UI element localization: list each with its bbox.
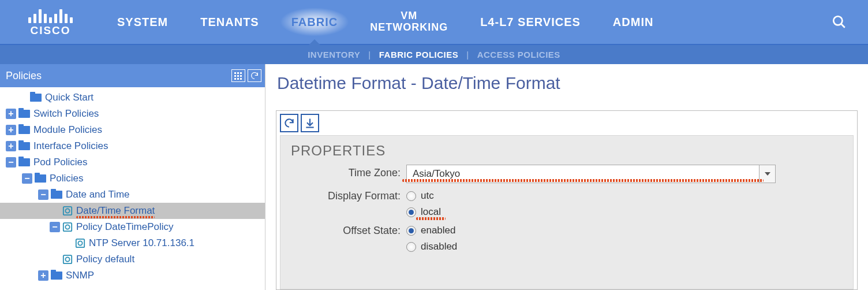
radio-label: enabled	[421, 225, 456, 236]
display-format-label: Display Format:	[291, 188, 406, 202]
panel-toolbar	[276, 111, 857, 135]
radio-label: local	[421, 206, 441, 218]
svg-point-0	[833, 16, 842, 25]
offset-state-disabled[interactable]: disabled	[406, 241, 776, 252]
display-format-local[interactable]: local	[406, 206, 776, 218]
folder-icon	[51, 191, 62, 199]
collapse-icon[interactable]: −	[6, 157, 16, 168]
radio-label: disabled	[421, 241, 457, 252]
expand-icon[interactable]: +	[6, 109, 16, 119]
sidebar-header: Policies	[0, 64, 265, 87]
display-format-utc[interactable]: utc	[406, 190, 776, 202]
sidebar: Policies Quick Start + Switch Policies +	[0, 64, 265, 290]
search-icon	[832, 14, 847, 29]
nav-l4l7[interactable]: L4-L7 SERVICES	[464, 0, 597, 44]
body: Policies Quick Start + Switch Policies +	[0, 64, 868, 290]
tree-quick-start[interactable]: Quick Start	[0, 90, 265, 106]
tree-policies[interactable]: − Policies	[0, 170, 265, 187]
svg-point-3	[65, 209, 69, 213]
collapse-icon[interactable]: −	[38, 189, 48, 200]
field-timezone: Time Zone: Asia/Tokyo	[291, 165, 837, 183]
radio-icon	[406, 191, 416, 201]
refresh-icon	[250, 71, 259, 80]
svg-rect-6	[76, 239, 84, 247]
collapse-icon[interactable]: −	[50, 222, 60, 232]
subnav-access-policies[interactable]: ACCESS POLICIES	[475, 50, 563, 60]
field-display-format: Display Format: utc local	[291, 188, 837, 218]
cisco-logo: CISCO	[0, 7, 101, 37]
tree-pod-policies[interactable]: − Pod Policies	[0, 154, 265, 170]
properties-section: PROPERTIES Time Zone: Asia/Tokyo Display…	[280, 135, 854, 289]
svg-point-5	[65, 225, 69, 229]
sub-nav-bar: INVENTORY | FABRIC POLICIES | ACCESS POL…	[0, 45, 868, 64]
panel-download-button[interactable]	[301, 114, 319, 132]
svg-rect-8	[63, 255, 72, 263]
expand-icon[interactable]: +	[38, 270, 48, 281]
tree-datetime-format[interactable]: Date/Time Format	[0, 203, 265, 219]
tree-policy-default[interactable]: Policy default	[0, 251, 265, 267]
search-button[interactable]	[810, 14, 868, 29]
svg-point-9	[65, 257, 69, 261]
timezone-label: Time Zone:	[291, 165, 406, 179]
radio-label: utc	[421, 190, 434, 202]
field-offset-state: Offset State: enabled disabled	[291, 222, 837, 252]
policy-doc-icon	[62, 254, 73, 265]
folder-icon	[35, 174, 46, 183]
cisco-logo-bars-icon	[28, 7, 73, 23]
radio-icon	[406, 207, 416, 217]
properties-panel: PROPERTIES Time Zone: Asia/Tokyo Display…	[276, 110, 858, 290]
expand-icon[interactable]: +	[6, 141, 16, 151]
cisco-logo-text: CISCO	[30, 24, 70, 37]
svg-rect-2	[63, 207, 72, 215]
download-icon	[304, 117, 316, 129]
subnav-divider: |	[366, 50, 373, 60]
panel-refresh-button[interactable]	[280, 114, 298, 132]
properties-heading: PROPERTIES	[291, 143, 837, 159]
folder-icon	[51, 272, 62, 280]
tree-policy-datetimepolicy[interactable]: − Policy DateTimePolicy	[0, 219, 265, 235]
folder-icon	[18, 110, 30, 118]
tree-module-policies[interactable]: + Module Policies	[0, 122, 265, 138]
top-nav-bar: CISCO SYSTEM TENANTS FABRIC VMNETWORKING…	[0, 0, 868, 45]
folder-icon	[30, 94, 42, 102]
tree-label: Date/Time Format	[76, 205, 155, 217]
svg-line-1	[841, 24, 845, 28]
svg-rect-4	[63, 223, 72, 231]
tree-date-and-time[interactable]: − Date and Time	[0, 187, 265, 203]
policy-doc-icon	[75, 238, 85, 248]
page-title: Datetime Format - Date/Time Format	[277, 73, 858, 93]
tree-switch-policies[interactable]: + Switch Policies	[0, 106, 265, 122]
timezone-value: Asia/Tokyo	[407, 168, 759, 180]
nav-tenants[interactable]: TENANTS	[184, 0, 275, 44]
refresh-icon	[283, 117, 295, 129]
timezone-select[interactable]: Asia/Tokyo	[406, 165, 776, 183]
tree-interface-policies[interactable]: + Interface Policies	[0, 138, 265, 154]
policy-tree: Quick Start + Switch Policies + Module P…	[0, 87, 265, 290]
tree-ntp-server[interactable]: NTP Server 10.71.136.1	[0, 235, 265, 251]
subnav-inventory[interactable]: INVENTORY	[305, 50, 362, 60]
offset-state-label: Offset State:	[291, 222, 406, 237]
nav-system[interactable]: SYSTEM	[101, 0, 184, 44]
policy-doc-icon	[62, 206, 73, 216]
grid-icon	[234, 72, 242, 80]
nav-fabric[interactable]: FABRIC	[275, 0, 354, 44]
svg-marker-12	[765, 172, 770, 176]
tree-snmp[interactable]: + SNMP	[0, 267, 265, 284]
content-pane: Datetime Format - Date/Time Format PROPE…	[265, 64, 868, 290]
radio-icon	[406, 242, 416, 252]
sidebar-view-toggle-button[interactable]	[231, 69, 245, 82]
subnav-fabric-policies[interactable]: FABRIC POLICIES	[377, 50, 461, 60]
expand-icon[interactable]: +	[6, 125, 16, 135]
policy-doc-icon	[62, 222, 73, 232]
nav-admin[interactable]: ADMIN	[597, 0, 670, 44]
folder-icon	[18, 158, 30, 166]
nav-vm-networking[interactable]: VMNETWORKING	[354, 0, 464, 44]
collapse-icon[interactable]: −	[22, 173, 32, 184]
folder-icon	[18, 142, 30, 150]
sidebar-title: Policies	[6, 70, 42, 82]
folder-icon	[18, 126, 30, 134]
offset-state-enabled[interactable]: enabled	[406, 225, 776, 236]
radio-icon	[406, 226, 416, 236]
sidebar-refresh-button[interactable]	[248, 69, 261, 82]
subnav-divider: |	[464, 50, 471, 60]
